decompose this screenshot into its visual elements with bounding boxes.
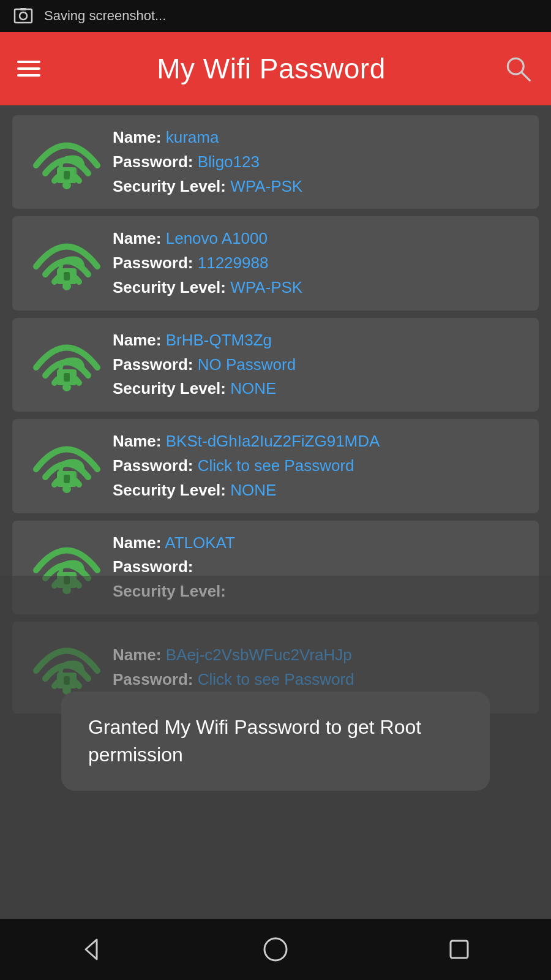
wifi-info-3: Name: BKSt-dGhIa2IuZ2FiZG91MDA Password:… <box>107 431 524 500</box>
wifi-name-row-5: Name: BAej-c2VsbWFuc2VraHJp <box>113 645 524 666</box>
wifi-name-row-2: Name: BrHB-QTM3Zg <box>113 330 524 351</box>
name-value-4: ATLOKAT <box>165 533 235 552</box>
recents-button[interactable] <box>438 928 481 971</box>
svg-rect-16 <box>64 475 70 483</box>
wifi-info-0: Name: kurama Password: Bligo123 Security… <box>107 127 524 197</box>
wifi-name-row-4: Name: ATLOKAT <box>113 533 524 554</box>
name-value-2: BrHB-QTM3Zg <box>166 331 272 349</box>
svg-rect-10 <box>64 272 70 281</box>
status-bar-text: Saving screenshot... <box>44 8 166 24</box>
security-value-0: WPA-PSK <box>230 177 302 195</box>
password-label-2: Password: <box>113 355 193 374</box>
security-label-0: Security Level: <box>113 177 226 195</box>
app-bar: My Wifi Password <box>0 32 551 105</box>
wifi-security-row-3: Security Level: NONE <box>113 480 524 501</box>
bottom-nav <box>0 919 551 980</box>
wifi-icon-5 <box>27 634 107 701</box>
wifi-security-row-1: Security Level: WPA-PSK <box>113 277 524 298</box>
svg-rect-19 <box>64 576 70 584</box>
wifi-password-row-3: Password: Click to see Password <box>113 456 524 477</box>
content-wrapper: Name: kurama Password: Bligo123 Security… <box>0 105 551 919</box>
name-label-2: Name: <box>113 331 161 349</box>
svg-rect-2 <box>20 8 26 10</box>
svg-rect-25 <box>451 941 468 958</box>
wifi-info-4: Name: ATLOKAT Password: Security Level: <box>107 533 524 602</box>
password-label-3: Password: <box>113 456 193 475</box>
wifi-icon-3 <box>27 432 107 500</box>
svg-line-4 <box>522 72 530 81</box>
name-value-1: Lenovo A1000 <box>166 229 268 247</box>
wifi-icon-4 <box>27 533 107 601</box>
hamburger-menu-icon[interactable] <box>17 61 40 77</box>
app-title: My Wifi Password <box>157 52 385 85</box>
wifi-info-1: Name: Lenovo A1000 Password: 11229988 Se… <box>107 228 524 298</box>
wifi-card-5[interactable]: Name: BAej-c2VsbWFuc2VraHJp Password: Cl… <box>12 622 539 714</box>
security-label-4: Security Level: <box>113 582 226 600</box>
password-value-0: Bligo123 <box>198 153 260 171</box>
password-value-1: 11229988 <box>198 254 269 272</box>
status-bar: Saving screenshot... <box>0 0 551 32</box>
wifi-card-0[interactable]: Name: kurama Password: Bligo123 Security… <box>12 115 539 209</box>
security-label-3: Security Level: <box>113 481 226 499</box>
wifi-password-row-4: Password: <box>113 557 524 578</box>
wifi-password-row-0: Password: Bligo123 <box>113 152 524 173</box>
password-value-3: Click to see Password <box>198 456 354 475</box>
wifi-card-3[interactable]: Name: BKSt-dGhIa2IuZ2FiZG91MDA Password:… <box>12 419 539 513</box>
password-value-5: Click to see Password <box>198 670 354 688</box>
security-label-1: Security Level: <box>113 278 226 296</box>
password-label-0: Password: <box>113 153 193 171</box>
wifi-list: Name: kurama Password: Bligo123 Security… <box>0 105 551 919</box>
password-label-1: Password: <box>113 254 193 272</box>
wifi-info-2: Name: BrHB-QTM3Zg Password: NO Password … <box>107 330 524 399</box>
wifi-security-row-2: Security Level: NONE <box>113 379 524 399</box>
wifi-icon-1 <box>27 230 107 297</box>
name-label-0: Name: <box>113 128 161 146</box>
screenshot-icon <box>12 5 34 27</box>
password-label-5: Password: <box>113 670 193 688</box>
security-value-2: NONE <box>230 379 276 398</box>
name-label-5: Name: <box>113 646 161 664</box>
home-button[interactable] <box>254 928 297 971</box>
security-value-1: WPA-PSK <box>230 278 302 296</box>
wifi-name-row-1: Name: Lenovo A1000 <box>113 228 524 249</box>
name-label-3: Name: <box>113 432 161 450</box>
svg-rect-0 <box>15 9 32 23</box>
name-value-5: BAej-c2VsbWFuc2VraHJp <box>166 646 352 664</box>
password-value-2: NO Password <box>198 355 296 374</box>
wifi-card-1[interactable]: Name: Lenovo A1000 Password: 11229988 Se… <box>12 216 539 310</box>
svg-rect-7 <box>64 171 70 179</box>
name-label-4: Name: <box>113 533 161 552</box>
security-label-2: Security Level: <box>113 379 226 398</box>
wifi-password-row-2: Password: NO Password <box>113 355 524 375</box>
name-label-1: Name: <box>113 229 161 247</box>
back-button[interactable] <box>70 928 113 971</box>
svg-rect-22 <box>64 676 70 685</box>
svg-rect-13 <box>64 373 70 382</box>
password-label-4: Password: <box>113 557 193 576</box>
wifi-list-container: Name: kurama Password: Bligo123 Security… <box>0 105 551 919</box>
wifi-security-row-4: Security Level: <box>113 581 524 602</box>
wifi-name-row-0: Name: kurama <box>113 127 524 148</box>
name-value-3: BKSt-dGhIa2IuZ2FiZG91MDA <box>166 432 380 450</box>
wifi-password-row-5: Password: Click to see Password <box>113 669 524 690</box>
wifi-card-2[interactable]: Name: BrHB-QTM3Zg Password: NO Password … <box>12 318 539 412</box>
svg-point-24 <box>264 938 287 960</box>
wifi-name-row-3: Name: BKSt-dGhIa2IuZ2FiZG91MDA <box>113 431 524 452</box>
wifi-info-5: Name: BAej-c2VsbWFuc2VraHJp Password: Cl… <box>107 645 524 690</box>
wifi-password-row-1: Password: 11229988 <box>113 253 524 274</box>
svg-marker-23 <box>86 940 97 959</box>
security-value-3: NONE <box>230 481 276 499</box>
search-button[interactable] <box>502 53 534 85</box>
svg-point-1 <box>20 12 27 20</box>
name-value-0: kurama <box>166 128 219 146</box>
wifi-security-row-0: Security Level: WPA-PSK <box>113 176 524 197</box>
wifi-icon-2 <box>27 331 107 398</box>
wifi-card-4[interactable]: Name: ATLOKAT Password: Security Level: <box>12 521 539 614</box>
wifi-icon-0 <box>27 129 107 196</box>
